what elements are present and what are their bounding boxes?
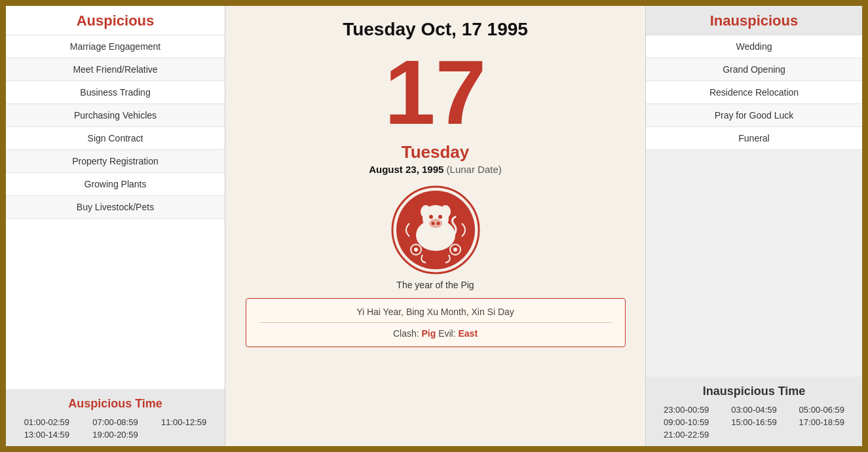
inauspicious-list-item: Pray for Good Luck [646,104,862,127]
lunar-date-suffix: (Lunar Date) [447,164,502,175]
inauspicious-time-cell [725,430,783,440]
auspicious-time-row: 13:00-14:5919:00-20:59 [12,430,218,440]
inauspicious-time-title: Inauspicious Time [646,385,862,398]
inauspicious-time-cell: 23:00-00:59 [657,405,716,415]
lunar-date: August 23, 1995 (Lunar Date) [369,164,502,175]
auspicious-list-item: Purchasing Vehicles [6,104,225,127]
right-spacer [646,150,862,377]
svg-point-7 [431,222,434,225]
main-date-title: Tuesday Oct, 17 1995 [343,19,528,40]
inauspicious-list-item: Grand Opening [646,58,862,81]
auspicious-list-item: Sign Contract [6,127,225,150]
auspicious-list: Marriage EngagementMeet Friend/RelativeB… [6,35,225,389]
svg-point-8 [436,222,440,225]
day-name: Tuesday [402,142,470,162]
auspicious-list-item: Business Trading [6,81,225,104]
clash-prefix: Clash: [393,328,419,339]
auspicious-list-item: Property Registration [6,150,225,173]
auspicious-list-item: Growing Plants [6,173,225,196]
clash-line: Clash: Pig Evil: East [259,328,612,339]
clash-animal: Pig [421,328,436,339]
main-container: Auspicious Marriage EngagementMeet Frien… [3,3,865,449]
svg-point-6 [429,219,442,228]
day-number: 17 [385,47,487,138]
lunar-date-main: August 23, 1995 [369,164,443,175]
inauspicious-time-grid: 23:00-00:5903:00-04:5905:00-06:5909:00-1… [646,405,862,440]
inauspicious-time-row: 09:00-10:5915:00-16:5917:00-18:59 [652,417,856,427]
inauspicious-time-row: 23:00-00:5903:00-04:5905:00-06:59 [652,405,856,415]
svg-point-9 [429,215,433,219]
inauspicious-time-cell: 03:00-04:59 [725,405,783,415]
inauspicious-time-row: 21:00-22:59 [652,430,856,440]
inauspicious-list-item: Funeral [646,127,862,150]
auspicious-time-row: 01:00-02:5907:00-08:5911:00-12:59 [12,417,218,427]
svg-point-12 [414,248,418,252]
inauspicious-time-cell: 21:00-22:59 [657,430,716,440]
inauspicious-time-cell [792,430,851,440]
inauspicious-list-item: Residence Relocation [646,81,862,104]
auspicious-time-grid: 01:00-02:5907:00-08:5911:00-12:5913:00-1… [6,417,225,440]
auspicious-time-cell: 07:00-08:59 [86,417,145,427]
svg-point-14 [453,248,457,252]
inauspicious-list-item: Wedding [646,35,862,58]
auspicious-list-item: Marriage Engagement [6,35,225,58]
inauspicious-list: WeddingGrand OpeningResidence Relocation… [646,35,862,150]
auspicious-title: Auspicious [6,6,225,35]
svg-point-10 [438,215,442,219]
auspicious-time-cell: 11:00-12:59 [155,417,214,427]
yi-line: Yi Hai Year, Bing Xu Month, Xin Si Day [259,307,612,323]
auspicious-list-item: Meet Friend/Relative [6,58,225,81]
inauspicious-time-cell: 05:00-06:59 [792,405,851,415]
auspicious-time-cell: 19:00-20:59 [86,430,145,440]
left-panel: Auspicious Marriage EngagementMeet Frien… [6,6,225,446]
inauspicious-time-cell: 09:00-10:59 [657,417,716,427]
info-box: Yi Hai Year, Bing Xu Month, Xin Si Day C… [246,298,626,347]
zodiac-circle [390,184,481,276]
right-panel: Inauspicious WeddingGrand OpeningResiden… [646,6,862,446]
center-panel: Tuesday Oct, 17 1995 17 Tuesday August 2… [225,6,646,446]
zodiac-label: The year of the Pig [396,280,474,290]
auspicious-list-item: Buy Livestock/Pets [6,196,225,219]
auspicious-time-cell: 13:00-14:59 [17,430,76,440]
inauspicious-time-cell: 17:00-18:59 [792,417,851,427]
clash-mid: Evil: [438,328,458,339]
auspicious-time-section: Auspicious Time 01:00-02:5907:00-08:5911… [6,389,225,446]
inauspicious-title: Inauspicious [646,6,862,35]
auspicious-time-cell: 01:00-02:59 [17,417,76,427]
auspicious-time-cell [155,430,214,440]
inauspicious-time-cell: 15:00-16:59 [725,417,783,427]
inauspicious-time-section: Inauspicious Time 23:00-00:5903:00-04:59… [646,377,862,446]
auspicious-time-title: Auspicious Time [6,397,225,411]
clash-direction: East [459,328,478,339]
